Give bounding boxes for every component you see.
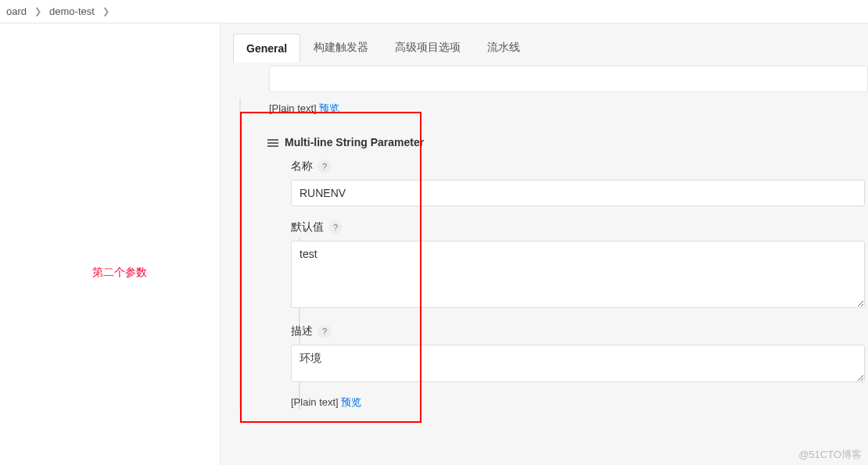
label-text: 描述: [291, 324, 313, 338]
parameter-section: Multi-line String Parameter 名称 ? 默认值 ?: [269, 136, 868, 410]
plain-text-label: [Plain text]: [291, 396, 341, 408]
left-sidebar: 第二个参数: [0, 23, 221, 465]
help-icon[interactable]: ?: [328, 220, 343, 234]
breadcrumb: oard ❯ demo-test ❯: [0, 0, 868, 23]
tab-general[interactable]: General: [233, 34, 300, 63]
description-textarea[interactable]: [291, 345, 865, 382]
help-icon[interactable]: ?: [317, 324, 332, 338]
label-text: 名称: [291, 159, 313, 173]
field-label-name: 名称 ?: [291, 159, 868, 173]
config-tabs: General 构建触发器 高级项目选项 流水线: [228, 31, 868, 63]
preview-link[interactable]: 预览: [341, 396, 361, 408]
chevron-right-icon: ❯: [98, 6, 114, 16]
tab-advanced-options[interactable]: 高级项目选项: [382, 32, 474, 63]
preview-link[interactable]: 预览: [319, 102, 339, 114]
preview-row: [Plain text] 预览: [291, 395, 868, 410]
field-label-default: 默认值 ?: [291, 220, 868, 234]
annotation-label: 第二个参数: [92, 266, 147, 280]
section-title: Multi-line String Parameter: [285, 136, 424, 148]
chevron-right-icon: ❯: [30, 6, 46, 16]
tree-line: [239, 98, 241, 410]
watermark: @51CTO博客: [798, 448, 862, 462]
tab-build-triggers[interactable]: 构建触发器: [300, 32, 382, 63]
breadcrumb-item[interactable]: oard: [3, 5, 30, 17]
help-icon[interactable]: ?: [317, 159, 332, 173]
preview-row: [Plain text] 预览: [269, 102, 868, 116]
name-input[interactable]: [291, 180, 865, 206]
tab-pipeline[interactable]: 流水线: [474, 32, 533, 63]
drag-handle-icon[interactable]: [266, 138, 280, 150]
default-value-textarea[interactable]: [291, 241, 865, 308]
plain-text-label: [Plain text]: [269, 102, 319, 114]
breadcrumb-item[interactable]: demo-test: [46, 5, 98, 17]
previous-param-box: [269, 66, 868, 92]
field-label-description: 描述 ?: [291, 324, 868, 338]
label-text: 默认值: [291, 220, 324, 234]
config-panel: General 构建触发器 高级项目选项 流水线 [Plain text] 预览…: [221, 23, 868, 465]
